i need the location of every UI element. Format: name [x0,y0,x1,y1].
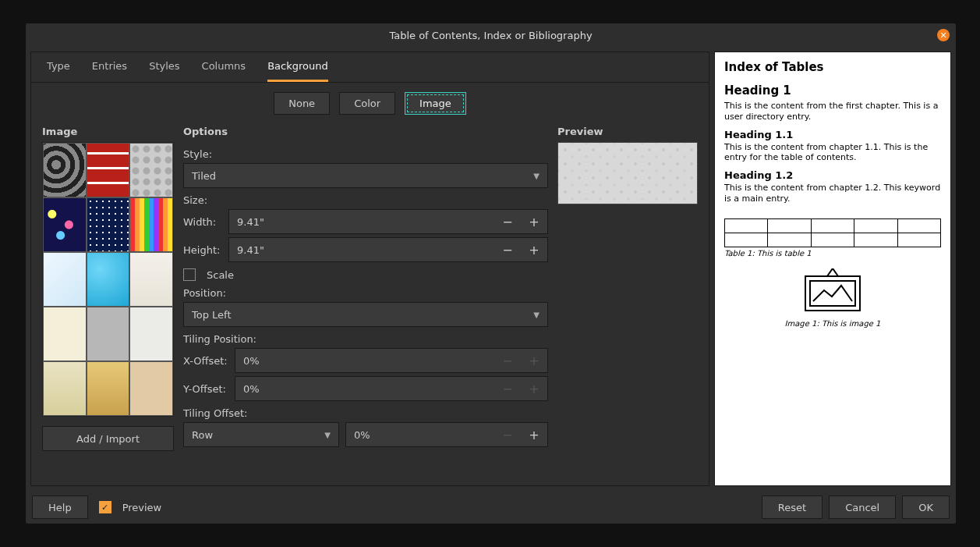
position-label: Position: [183,287,548,299]
ok-button[interactable]: OK [902,495,950,519]
help-button[interactable]: Help [32,495,88,519]
thumb-tan1[interactable] [43,361,87,416]
xoff-decrement[interactable]: − [494,349,521,372]
dialog-title: Table of Contents, Index or Bibliography [389,30,592,41]
tab-columns[interactable]: Columns [202,60,246,82]
options-section-label: Options [183,126,548,137]
doc-table-caption: Table 1: This is table 1 [724,249,941,258]
width-label: Width: [183,216,222,228]
cancel-button[interactable]: Cancel [829,495,896,519]
background-mode-group: None Color Image [31,83,709,121]
dialog-footer: Help Preview Reset Cancel OK [26,491,956,524]
thumb-paper2[interactable] [129,307,173,361]
tilingoffset-input[interactable] [346,429,494,441]
reset-button[interactable]: Reset [762,495,823,519]
toc-dialog: Table of Contents, Index or Bibliography… [26,23,956,524]
background-preview [557,142,698,204]
tab-background[interactable]: Background [267,60,328,82]
width-increment[interactable]: + [521,210,547,233]
image-section-label: Image [42,126,174,137]
width-decrement[interactable]: − [494,210,521,233]
image-column: Image [42,126,174,485]
chevron-down-icon: ▼ [324,431,331,439]
preview-checkbox[interactable] [99,501,111,513]
xoff-spinner[interactable]: − + [235,348,548,373]
tab-bar: Type Entries Styles Columns Background [31,52,709,83]
position-value: Top Left [192,309,232,321]
bgmode-image[interactable]: Image [405,92,466,115]
thumb-tan2[interactable] [129,361,173,416]
titlebar: Table of Contents, Index or Bibliography… [26,23,956,47]
doc-heading-1-2: Heading 1.2 [724,169,941,181]
document-preview: Index of Tables Heading 1 This is the co… [714,52,951,486]
thumb-bricks[interactable] [87,143,130,197]
thumb-stars[interactable] [87,197,130,252]
tilingoffset-label: Tiling Offset: [183,407,548,419]
scale-label: Scale [207,269,234,281]
thumb-paper1[interactable] [43,307,87,361]
height-spinner[interactable]: − + [228,237,548,262]
bgmode-color[interactable]: Color [339,92,395,115]
options-column: Options Style: Tiled ▼ Size: Width: − + [183,126,548,485]
style-value: Tiled [192,170,216,182]
svg-line-0 [827,268,833,276]
doc-sample-table [724,218,941,247]
doc-p12: This is the content from chapter 1.2. Th… [724,183,941,204]
doc-index-title: Index of Tables [724,60,941,74]
doc-image-caption: Image 1: This is image 1 [724,319,941,328]
tilingoffset-increment[interactable]: + [521,423,547,446]
preview-checkbox-label: Preview [122,502,162,513]
svg-line-1 [833,268,838,276]
tilingoffset-axis-value: Row [192,429,213,441]
tilingoffset-axis-select[interactable]: Row ▼ [183,422,339,447]
tilingoffset-spinner[interactable]: − + [345,422,548,447]
tilingpos-label: Tiling Position: [183,333,548,345]
doc-p1: This is the content from the first chapt… [724,101,941,123]
image-thumbnails [42,142,174,417]
doc-heading-1-1: Heading 1.1 [724,129,941,140]
yoff-input[interactable] [235,383,494,395]
add-import-button[interactable]: Add / Import [42,426,174,451]
height-input[interactable] [229,244,494,256]
xoff-label: X-Offset: [183,355,228,367]
thumb-stones[interactable] [43,143,87,197]
thumb-stripes[interactable] [129,197,173,252]
width-input[interactable] [229,216,494,228]
thumb-water[interactable] [87,252,130,307]
width-spinner[interactable]: − + [228,209,548,234]
thumb-flowers[interactable] [43,197,87,252]
doc-heading-1: Heading 1 [724,83,941,98]
tab-type[interactable]: Type [47,60,70,82]
svg-rect-3 [810,281,855,306]
style-select[interactable]: Tiled ▼ [183,163,548,188]
thumb-cells[interactable] [129,143,173,197]
chevron-down-icon: ▼ [533,311,540,319]
tilingoffset-decrement[interactable]: − [494,423,521,446]
preview-column: Preview [557,126,698,485]
yoff-increment[interactable]: + [521,377,547,400]
yoff-spinner[interactable]: − + [235,376,548,401]
height-increment[interactable]: + [521,238,547,261]
tab-styles[interactable]: Styles [149,60,179,82]
bgmode-none[interactable]: None [274,92,330,115]
yoff-label: Y-Offset: [183,383,228,395]
size-label: Size: [183,194,548,206]
thumb-gray[interactable] [87,307,130,361]
height-label: Height: [183,244,222,256]
position-select[interactable]: Top Left ▼ [183,302,548,327]
scale-checkbox[interactable] [183,268,196,281]
tab-entries[interactable]: Entries [92,60,127,82]
xoff-increment[interactable]: + [521,349,547,372]
thumb-gold[interactable] [87,361,130,416]
preview-section-label: Preview [557,126,698,137]
thumb-ice[interactable] [43,252,87,307]
yoff-decrement[interactable]: − [494,377,521,400]
doc-sample-image: Image 1: This is image 1 [724,268,941,328]
xoff-input[interactable] [235,355,494,367]
style-label: Style: [183,148,548,160]
close-icon[interactable]: ✕ [937,29,950,41]
doc-p11: This is the content from chapter 1.1. Th… [724,142,941,164]
thumb-sand[interactable] [129,252,173,307]
main-pane: Type Entries Styles Columns Background N… [30,52,709,486]
height-decrement[interactable]: − [494,238,521,261]
